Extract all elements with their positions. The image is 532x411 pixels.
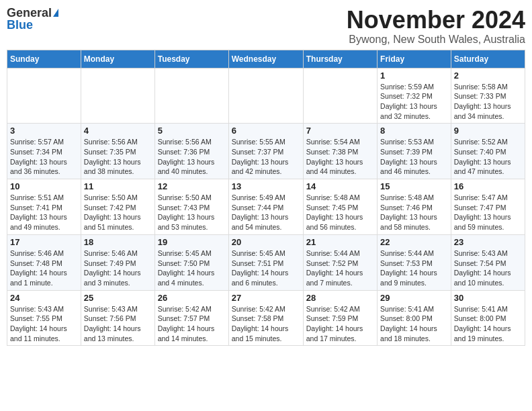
- calendar-cell: 15Sunrise: 5:48 AM Sunset: 7:46 PM Dayli…: [378, 179, 451, 235]
- calendar-table: SundayMondayTuesdayWednesdayThursdayFrid…: [7, 50, 525, 347]
- day-detail: Sunrise: 5:56 AM Sunset: 7:36 PM Dayligh…: [158, 137, 226, 177]
- calendar-cell: 11Sunrise: 5:50 AM Sunset: 7:42 PM Dayli…: [81, 179, 154, 235]
- page-header: General Blue November 2024 Bywong, New S…: [7, 7, 525, 46]
- calendar-cell: 18Sunrise: 5:46 AM Sunset: 7:49 PM Dayli…: [81, 234, 154, 290]
- day-detail: Sunrise: 5:53 AM Sunset: 7:39 PM Dayligh…: [380, 137, 448, 177]
- calendar-cell: 23Sunrise: 5:43 AM Sunset: 7:54 PM Dayli…: [451, 234, 525, 290]
- day-number: 4: [84, 126, 152, 136]
- day-number: 22: [380, 237, 448, 247]
- day-detail: Sunrise: 5:58 AM Sunset: 7:33 PM Dayligh…: [454, 82, 522, 122]
- day-number: 17: [10, 237, 78, 247]
- day-detail: Sunrise: 5:48 AM Sunset: 7:45 PM Dayligh…: [306, 193, 374, 232]
- calendar-cell: 27Sunrise: 5:42 AM Sunset: 7:58 PM Dayli…: [228, 290, 303, 346]
- calendar-cell: 19Sunrise: 5:45 AM Sunset: 7:50 PM Dayli…: [154, 234, 228, 290]
- day-number: 24: [10, 293, 78, 303]
- day-detail: Sunrise: 5:59 AM Sunset: 7:32 PM Dayligh…: [380, 82, 448, 122]
- day-detail: Sunrise: 5:42 AM Sunset: 7:57 PM Dayligh…: [158, 304, 226, 344]
- weekday-header-saturday: Saturday: [451, 50, 525, 68]
- calendar-cell: 22Sunrise: 5:44 AM Sunset: 7:53 PM Dayli…: [378, 234, 451, 290]
- calendar-week-row: 17Sunrise: 5:46 AM Sunset: 7:48 PM Dayli…: [7, 234, 525, 290]
- calendar-cell: 16Sunrise: 5:47 AM Sunset: 7:47 PM Dayli…: [451, 179, 525, 235]
- calendar-cell: [228, 68, 303, 124]
- calendar-week-row: 1Sunrise: 5:59 AM Sunset: 7:32 PM Daylig…: [7, 68, 525, 124]
- day-number: 19: [158, 237, 226, 247]
- title-block: November 2024 Bywong, New South Wales, A…: [347, 7, 525, 46]
- day-number: 9: [454, 126, 522, 136]
- day-number: 6: [232, 126, 300, 136]
- calendar-cell: 2Sunrise: 5:58 AM Sunset: 7:33 PM Daylig…: [451, 68, 525, 124]
- calendar-cell: 3Sunrise: 5:57 AM Sunset: 7:34 PM Daylig…: [7, 124, 81, 179]
- day-detail: Sunrise: 5:45 AM Sunset: 7:50 PM Dayligh…: [158, 248, 226, 288]
- weekday-header-row: SundayMondayTuesdayWednesdayThursdayFrid…: [7, 50, 525, 68]
- calendar-cell: 9Sunrise: 5:52 AM Sunset: 7:40 PM Daylig…: [451, 124, 525, 179]
- page-title: November 2024: [347, 7, 525, 34]
- calendar-cell: [303, 68, 377, 124]
- day-number: 18: [84, 237, 152, 247]
- calendar-cell: 26Sunrise: 5:42 AM Sunset: 7:57 PM Dayli…: [154, 290, 228, 346]
- day-detail: Sunrise: 5:46 AM Sunset: 7:49 PM Dayligh…: [84, 248, 152, 288]
- calendar-cell: 29Sunrise: 5:41 AM Sunset: 8:00 PM Dayli…: [378, 290, 451, 346]
- day-number: 23: [454, 237, 522, 247]
- weekday-header-thursday: Thursday: [303, 50, 377, 68]
- day-detail: Sunrise: 5:41 AM Sunset: 8:00 PM Dayligh…: [454, 304, 522, 344]
- logo: General Blue: [7, 7, 58, 31]
- calendar-cell: 21Sunrise: 5:44 AM Sunset: 7:52 PM Dayli…: [303, 234, 377, 290]
- day-number: 5: [158, 126, 226, 136]
- day-number: 10: [10, 181, 78, 191]
- weekday-header-friday: Friday: [378, 50, 451, 68]
- day-number: 28: [306, 293, 374, 303]
- day-number: 30: [454, 293, 522, 303]
- logo-general-text: General: [7, 7, 52, 19]
- day-detail: Sunrise: 5:49 AM Sunset: 7:44 PM Dayligh…: [232, 193, 300, 232]
- day-number: 29: [380, 293, 448, 303]
- calendar-cell: 1Sunrise: 5:59 AM Sunset: 7:32 PM Daylig…: [378, 68, 451, 124]
- day-detail: Sunrise: 5:43 AM Sunset: 7:56 PM Dayligh…: [84, 304, 152, 344]
- day-detail: Sunrise: 5:42 AM Sunset: 7:59 PM Dayligh…: [306, 304, 374, 344]
- calendar-cell: 28Sunrise: 5:42 AM Sunset: 7:59 PM Dayli…: [303, 290, 377, 346]
- calendar-cell: 14Sunrise: 5:48 AM Sunset: 7:45 PM Dayli…: [303, 179, 377, 235]
- day-detail: Sunrise: 5:50 AM Sunset: 7:42 PM Dayligh…: [84, 193, 152, 232]
- day-number: 15: [380, 181, 448, 191]
- day-detail: Sunrise: 5:55 AM Sunset: 7:37 PM Dayligh…: [232, 137, 300, 177]
- day-detail: Sunrise: 5:44 AM Sunset: 7:52 PM Dayligh…: [306, 248, 374, 288]
- day-detail: Sunrise: 5:56 AM Sunset: 7:35 PM Dayligh…: [84, 137, 152, 177]
- weekday-header-wednesday: Wednesday: [228, 50, 303, 68]
- day-number: 14: [306, 181, 374, 191]
- calendar-cell: 7Sunrise: 5:54 AM Sunset: 7:38 PM Daylig…: [303, 124, 377, 179]
- day-detail: Sunrise: 5:51 AM Sunset: 7:41 PM Dayligh…: [10, 193, 78, 232]
- day-number: 11: [84, 181, 152, 191]
- day-detail: Sunrise: 5:54 AM Sunset: 7:38 PM Dayligh…: [306, 137, 374, 177]
- calendar-week-row: 3Sunrise: 5:57 AM Sunset: 7:34 PM Daylig…: [7, 124, 525, 179]
- logo-icon: [53, 9, 58, 17]
- calendar-week-row: 10Sunrise: 5:51 AM Sunset: 7:41 PM Dayli…: [7, 179, 525, 235]
- day-detail: Sunrise: 5:50 AM Sunset: 7:43 PM Dayligh…: [158, 193, 226, 232]
- day-detail: Sunrise: 5:42 AM Sunset: 7:58 PM Dayligh…: [232, 304, 300, 344]
- day-number: 16: [454, 181, 522, 191]
- day-number: 3: [10, 126, 78, 136]
- day-detail: Sunrise: 5:57 AM Sunset: 7:34 PM Dayligh…: [10, 137, 78, 177]
- calendar-cell: 5Sunrise: 5:56 AM Sunset: 7:36 PM Daylig…: [154, 124, 228, 179]
- calendar-cell: 30Sunrise: 5:41 AM Sunset: 8:00 PM Dayli…: [451, 290, 525, 346]
- day-detail: Sunrise: 5:46 AM Sunset: 7:48 PM Dayligh…: [10, 248, 78, 288]
- page-subtitle: Bywong, New South Wales, Australia: [347, 34, 525, 46]
- day-number: 20: [232, 237, 300, 247]
- calendar-cell: 17Sunrise: 5:46 AM Sunset: 7:48 PM Dayli…: [7, 234, 81, 290]
- day-number: 2: [454, 71, 522, 81]
- day-detail: Sunrise: 5:43 AM Sunset: 7:55 PM Dayligh…: [10, 304, 78, 344]
- calendar-cell: 12Sunrise: 5:50 AM Sunset: 7:43 PM Dayli…: [154, 179, 228, 235]
- day-number: 7: [306, 126, 374, 136]
- calendar-cell: 20Sunrise: 5:45 AM Sunset: 7:51 PM Dayli…: [228, 234, 303, 290]
- calendar-cell: 4Sunrise: 5:56 AM Sunset: 7:35 PM Daylig…: [81, 124, 154, 179]
- day-detail: Sunrise: 5:45 AM Sunset: 7:51 PM Dayligh…: [232, 248, 300, 288]
- calendar-header: SundayMondayTuesdayWednesdayThursdayFrid…: [7, 50, 525, 68]
- logo-blue-text: Blue: [7, 19, 33, 31]
- calendar-cell: 13Sunrise: 5:49 AM Sunset: 7:44 PM Dayli…: [228, 179, 303, 235]
- day-number: 21: [306, 237, 374, 247]
- calendar-cell: 25Sunrise: 5:43 AM Sunset: 7:56 PM Dayli…: [81, 290, 154, 346]
- day-number: 26: [158, 293, 226, 303]
- calendar-cell: 10Sunrise: 5:51 AM Sunset: 7:41 PM Dayli…: [7, 179, 81, 235]
- calendar-week-row: 24Sunrise: 5:43 AM Sunset: 7:55 PM Dayli…: [7, 290, 525, 346]
- calendar-cell: [81, 68, 154, 124]
- day-number: 1: [380, 71, 448, 81]
- calendar-cell: [7, 68, 81, 124]
